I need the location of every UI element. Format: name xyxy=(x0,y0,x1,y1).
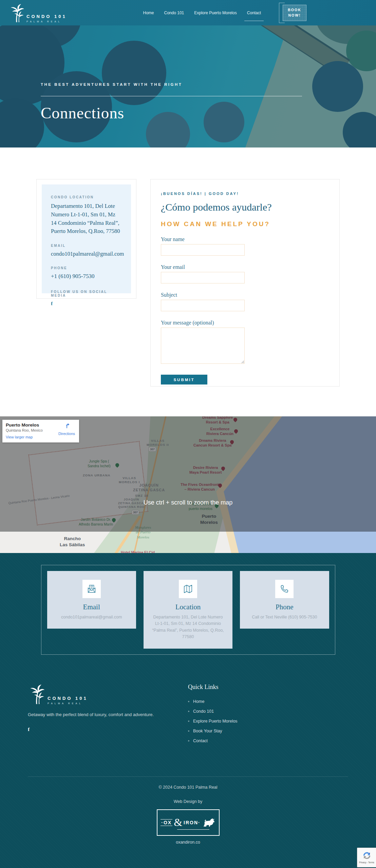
site-header: CONDO 101 PALMA REAL Home Condo 101 Expl… xyxy=(0,0,376,25)
nav-item-home[interactable]: Home xyxy=(143,11,154,15)
bullet-icon xyxy=(188,721,189,722)
view-larger-map-link[interactable]: View larger map xyxy=(6,435,33,439)
form-title-english: HOW CAN WE HELP YOU? xyxy=(161,220,329,228)
ox-and-iron-logo[interactable]: ·OX & IRON· xyxy=(157,809,220,836)
footer-logo[interactable]: CONDO 101 PALMA REAL xyxy=(28,684,188,705)
logo-subtitle: PALMA REAL xyxy=(26,20,67,23)
footer-brand-column: CONDO 101 PALMA REAL Getaway with the pe… xyxy=(28,684,188,746)
subject-input[interactable] xyxy=(161,300,245,311)
footer-links-column: Quick Links Home Condo 101 Explore Puert… xyxy=(188,684,348,746)
ampersand-logo-text: & xyxy=(174,816,182,829)
form-title-spanish: ¿Cómo podemos ayudarle? xyxy=(161,201,329,213)
directions-label: Directions xyxy=(58,432,75,436)
footer-link-home[interactable]: Home xyxy=(188,697,348,707)
palm-tree-icon xyxy=(28,684,45,705)
footer-facebook-icon[interactable]: f xyxy=(28,727,30,732)
contact-section: CONDO LOCATION Departamento 101, Del Lot… xyxy=(36,179,340,387)
location-card[interactable]: Location Departamento 101, Del Lote Nume… xyxy=(144,571,232,649)
message-field-label: Your message (optional) xyxy=(161,320,329,326)
phone-card[interactable]: Phone Call or Text Neville (610) 905-753… xyxy=(240,571,329,629)
email-card-title: Email xyxy=(54,603,129,611)
message-textarea[interactable] xyxy=(161,328,245,364)
directions-icon xyxy=(63,422,70,429)
contact-info-card: CONDO LOCATION Departamento 101, Del Lot… xyxy=(36,179,136,299)
email-input[interactable] xyxy=(161,272,245,283)
condo-location-label: CONDO LOCATION xyxy=(51,195,122,199)
map-zoom-hint: Use ctrl + scroll to zoom the map xyxy=(0,499,376,506)
book-now-button[interactable]: BOOK NOW! xyxy=(283,5,306,21)
site-logo[interactable]: CONDO 101 PALMA REAL xyxy=(9,3,67,23)
email-label: EMAIL xyxy=(51,244,122,248)
info-cards-container: @ Email condo101palmareal@gmail.com Loca… xyxy=(41,565,335,655)
svg-text:@: @ xyxy=(90,585,93,588)
phone-icon xyxy=(280,584,289,594)
iron-logo-text: IRON· xyxy=(184,820,201,825)
quick-links-heading: Quick Links xyxy=(188,684,348,691)
quick-links-list: Home Condo 101 Explore Puerto Morelos Bo… xyxy=(188,697,348,746)
name-input[interactable] xyxy=(161,244,245,256)
map-label: Rancho Las Sábilas xyxy=(60,536,85,548)
footer-logo-subtitle: PALMA REAL xyxy=(48,702,88,705)
location-card-text: Departamento 101, Del Lote Numero Lt-1-0… xyxy=(150,614,226,640)
main-nav: Home Condo 101 Explore Puerto Morelos Co… xyxy=(143,5,376,21)
footer-link-label: Contact xyxy=(193,738,208,743)
footer-link-book-your-stay[interactable]: Book Your Stay xyxy=(188,726,348,736)
nav-item-explore-puerto-morelos[interactable]: Explore Puerto Morelos xyxy=(194,11,237,15)
recaptcha-terms-label[interactable]: Privacy - Terms xyxy=(359,861,374,864)
footer-link-contact[interactable]: Contact xyxy=(188,736,348,746)
contact-info-panel: CONDO LOCATION Departamento 101, Del Lot… xyxy=(42,184,131,293)
google-map-embed[interactable]: VILLAS MORELOS II Jungle Spa ( Sandra Ix… xyxy=(0,416,376,553)
logo-title: CONDO 101 xyxy=(26,14,67,19)
email-icon-box: @ xyxy=(82,580,101,598)
location-card-title: Location xyxy=(150,603,226,611)
recaptcha-badge[interactable]: Privacy - Terms xyxy=(357,848,376,867)
contact-form-card: ¡BUENOS DÍAS! | GOOD DAY! ¿Cómo podemos … xyxy=(150,179,340,387)
facebook-icon[interactable]: f xyxy=(51,301,53,307)
footer-main: CONDO 101 PALMA REAL Getaway with the pe… xyxy=(0,684,376,746)
phone-card-text: Call or Text Neville (610) 905-7530 xyxy=(247,614,322,620)
form-greeting: ¡BUENOS DÍAS! | GOOD DAY! xyxy=(161,192,329,196)
subject-field-label: Subject xyxy=(161,292,329,298)
footer-link-explore-puerto-morelos[interactable]: Explore Puerto Morelos xyxy=(188,716,348,726)
email-field-label: Your email xyxy=(161,264,329,270)
location-icon-box xyxy=(179,580,197,598)
email-card[interactable]: @ Email condo101palmareal@gmail.com xyxy=(47,571,136,629)
phone-card-title: Phone xyxy=(247,603,322,611)
email-value[interactable]: condo101palmareal@gmail.com xyxy=(51,251,122,257)
social-label: FOLLOW US ON SOCIAL MEDIA xyxy=(51,290,122,297)
phone-label: PHONE xyxy=(51,266,122,270)
condo-location-value: Departamento 101, Del Lote Numero Lt-1-0… xyxy=(51,202,122,236)
logo-underline xyxy=(177,829,209,830)
bullet-icon xyxy=(188,711,189,712)
directions-control[interactable]: Directions xyxy=(58,422,75,436)
submit-button[interactable]: SUBMIT xyxy=(161,375,207,384)
name-field-label: Your name xyxy=(161,236,329,242)
email-icon: @ xyxy=(87,584,97,594)
phone-icon-box xyxy=(275,580,294,598)
hero-eyebrow: THE BEST ADVENTURES START WITH THE RIGHT xyxy=(41,82,302,86)
map-icon xyxy=(183,584,193,594)
footer-bottom: © 2024 Condo 101 Palma Real Web Design b… xyxy=(0,785,376,845)
nav-item-condo-101[interactable]: Condo 101 xyxy=(164,11,184,15)
footer-link-label: Condo 101 xyxy=(193,709,214,714)
footer-tagline: Getaway with the perfect blend of luxury… xyxy=(28,712,188,717)
recaptcha-icon xyxy=(362,851,371,860)
email-card-text: condo101palmareal@gmail.com xyxy=(54,614,129,620)
bull-icon xyxy=(202,817,215,828)
page-title: Connections xyxy=(41,104,302,122)
footer-divider xyxy=(28,776,348,777)
bullet-icon xyxy=(188,730,189,732)
phone-value[interactable]: +1 (610) 905-7530 xyxy=(51,273,122,280)
bullet-icon xyxy=(188,701,189,702)
palm-tree-icon xyxy=(9,3,24,23)
nav-item-contact[interactable]: Contact xyxy=(247,11,261,15)
ox-logo-text: ·OX xyxy=(161,819,172,826)
map-info-card: Puerto Morelos Quintana Roo, Mexico View… xyxy=(2,420,79,442)
hero-divider-line xyxy=(41,96,302,96)
design-url[interactable]: oxandiron.co xyxy=(0,840,376,845)
bullet-icon xyxy=(188,740,189,742)
copyright-text: © 2024 Condo 101 Palma Real xyxy=(0,785,376,790)
footer-link-condo-101[interactable]: Condo 101 xyxy=(188,707,348,716)
footer-link-label: Book Your Stay xyxy=(193,729,222,733)
design-credit-text: Web Design by xyxy=(0,799,376,804)
